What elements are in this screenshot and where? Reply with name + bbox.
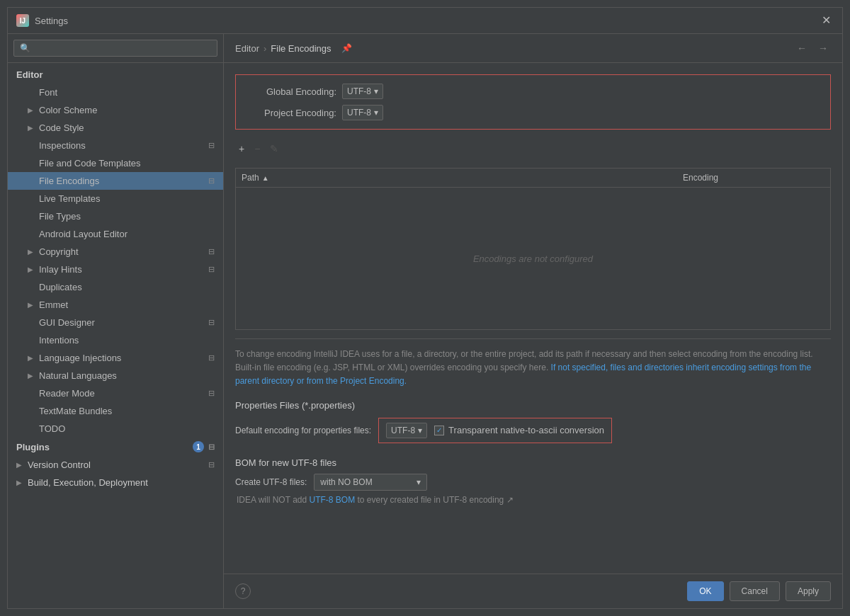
checkmark-icon: ✓	[436, 426, 442, 434]
sidebar-item-inspections[interactable]: Inspections ⊟	[8, 137, 223, 154]
breadcrumb-parent: Editor	[235, 43, 259, 54]
bom-info-text1: IDEA will NOT add	[237, 495, 307, 505]
project-encoding-select[interactable]: UTF-8 ▾	[342, 105, 383, 120]
sidebar-item-textmate-bundles[interactable]: TextMate Bundles	[8, 402, 223, 420]
help-button[interactable]: ?	[235, 583, 251, 599]
dialog-title: Settings	[35, 16, 68, 26]
chevron-right-icon: ▶	[16, 461, 25, 469]
edit-encoding-button[interactable]: ✎	[266, 141, 282, 156]
breadcrumb-current: File Encodings	[271, 43, 331, 54]
cancel-button[interactable]: Cancel	[730, 581, 780, 601]
sidebar-item-copyright[interactable]: ▶ Copyright ⊟	[8, 243, 223, 261]
sidebar-item-todo[interactable]: TODO	[8, 420, 223, 438]
default-encoding-label: Default encoding for properties files:	[235, 426, 371, 435]
global-encoding-label: Global Encoding:	[244, 86, 336, 97]
chevron-right-icon: ▶	[28, 301, 36, 309]
sidebar-section-editor[interactable]: Editor	[8, 66, 223, 84]
gui-designer-badge-icon: ⊟	[208, 318, 215, 327]
bom-info: IDEA will NOT add UTF-8 BOM to every cre…	[235, 495, 831, 505]
pin-icon[interactable]: 📌	[341, 43, 352, 53]
sidebar-item-file-encodings[interactable]: File Encodings ⊟	[8, 172, 223, 190]
table-col-encoding: Encoding	[683, 173, 824, 183]
version-control-label: Version Control	[28, 460, 91, 470]
sidebar-item-android-layout-editor[interactable]: Android Layout Editor	[8, 225, 223, 243]
back-button[interactable]: ←	[794, 41, 810, 55]
sidebar-item-file-types[interactable]: File Types	[8, 207, 223, 225]
apply-button[interactable]: Apply	[786, 581, 831, 601]
chevron-right-icon: ▶	[28, 124, 36, 132]
sidebar-item-language-injections[interactable]: ▶ Language Injections ⊟	[8, 349, 223, 367]
sidebar-item-intentions[interactable]: Intentions	[8, 331, 223, 349]
title-bar: IJ Settings ✕	[8, 8, 842, 34]
add-encoding-button[interactable]: +	[235, 141, 248, 156]
sidebar-item-build[interactable]: ▶ Build, Execution, Deployment	[8, 474, 223, 491]
table-header: Path ▲ Encoding	[236, 169, 830, 188]
plugins-badge: 1	[193, 441, 204, 452]
sidebar: Editor Font ▶ Color Scheme ▶ Code Style	[8, 34, 224, 608]
project-encoding-value: UTF-8	[347, 108, 371, 118]
remove-encoding-button[interactable]: −	[251, 141, 264, 156]
sidebar-item-emmet[interactable]: ▶ Emmet	[8, 296, 223, 314]
sidebar-label-code-style: Code Style	[39, 122, 84, 133]
sidebar-label-inlay-hints: Inlay Hints	[39, 264, 82, 275]
forward-button[interactable]: →	[815, 41, 831, 55]
properties-encoding-dropdown-icon: ▾	[418, 426, 422, 435]
bom-info-link[interactable]: UTF-8 BOM	[310, 495, 356, 505]
bottom-bar: ? OK Cancel Apply	[224, 574, 842, 608]
global-encoding-select[interactable]: UTF-8 ▾	[342, 84, 383, 99]
create-utf8-label: Create UTF-8 files:	[235, 477, 307, 487]
sidebar-label-todo: TODO	[39, 423, 65, 434]
project-encoding-row: Project Encoding: UTF-8 ▾	[244, 105, 822, 120]
header-actions: ← →	[794, 41, 831, 55]
close-button[interactable]: ✕	[819, 13, 834, 28]
sidebar-label-emmet: Emmet	[39, 300, 68, 310]
properties-encoding-select[interactable]: UTF-8 ▾	[386, 423, 427, 438]
inlay-hints-badge-icon: ⊟	[208, 265, 215, 274]
reader-mode-badge-icon: ⊟	[208, 389, 215, 398]
sidebar-section-plugins[interactable]: Plugins 1 ⊟	[8, 438, 223, 456]
bom-info-arrow-icon: ↗	[506, 495, 514, 505]
plugins-settings-icon: ⊟	[208, 443, 215, 452]
table-col-path[interactable]: Path ▲	[242, 173, 683, 183]
sidebar-item-live-templates[interactable]: Live Templates	[8, 190, 223, 207]
ok-button[interactable]: OK	[687, 581, 723, 601]
bom-select[interactable]: with NO BOM ▾	[314, 474, 427, 491]
global-encoding-dropdown-icon: ▾	[374, 86, 378, 96]
sidebar-item-duplicates[interactable]: Duplicates	[8, 278, 223, 296]
sidebar-label-android-layout-editor: Android Layout Editor	[39, 229, 128, 239]
sidebar-item-inlay-hints[interactable]: ▶ Inlay Hints ⊟	[8, 261, 223, 278]
sort-arrow-icon: ▲	[262, 174, 269, 182]
bom-row: Create UTF-8 files: with NO BOM ▾	[235, 474, 831, 491]
chevron-right-icon: ▶	[28, 372, 36, 380]
sidebar-item-gui-designer[interactable]: GUI Designer ⊟	[8, 314, 223, 331]
sidebar-item-code-style[interactable]: ▶ Code Style	[8, 119, 223, 137]
sidebar-label-reader-mode: Reader Mode	[39, 388, 95, 399]
encoding-table: Path ▲ Encoding Encodings are not config…	[235, 168, 831, 330]
sidebar-label-language-injections: Language Injections	[39, 353, 121, 363]
panel-body: Global Encoding: UTF-8 ▾ Project Encodin…	[224, 63, 842, 574]
properties-section: Properties Files (*.properties) Default …	[235, 397, 831, 443]
sidebar-label-inspections: Inspections	[39, 140, 86, 151]
properties-row-container: Default encoding for properties files: U…	[235, 418, 831, 443]
button-group: OK Cancel Apply	[687, 581, 831, 601]
editor-label: Editor	[16, 69, 43, 80]
sidebar-label-file-encodings: File Encodings	[39, 176, 99, 186]
sidebar-item-font[interactable]: Font	[8, 84, 223, 101]
checkbox-icon: ✓	[434, 426, 444, 435]
encoding-col-label: Encoding	[683, 173, 718, 183]
settings-dialog: IJ Settings ✕ Editor Font	[7, 7, 843, 609]
sidebar-item-version-control[interactable]: ▶ Version Control ⊟	[8, 456, 223, 474]
search-box	[8, 34, 223, 63]
copyright-badge-icon: ⊟	[208, 247, 215, 256]
sidebar-label-color-scheme: Color Scheme	[39, 105, 97, 115]
encoding-toolbar: + − ✎	[235, 138, 831, 159]
app-icon: IJ	[16, 14, 29, 27]
sidebar-label-intentions: Intentions	[39, 335, 79, 346]
sidebar-item-color-scheme[interactable]: ▶ Color Scheme	[8, 101, 223, 119]
sidebar-item-file-code-templates[interactable]: File and Code Templates	[8, 154, 223, 172]
sidebar-item-reader-mode[interactable]: Reader Mode ⊟	[8, 384, 223, 402]
properties-section-title: Properties Files (*.properties)	[235, 400, 831, 411]
search-input[interactable]	[13, 40, 217, 57]
sidebar-item-natural-languages[interactable]: ▶ Natural Languages	[8, 367, 223, 384]
transparent-conversion-checkbox[interactable]: ✓ Transparent native-to-ascii conversion	[434, 425, 604, 435]
